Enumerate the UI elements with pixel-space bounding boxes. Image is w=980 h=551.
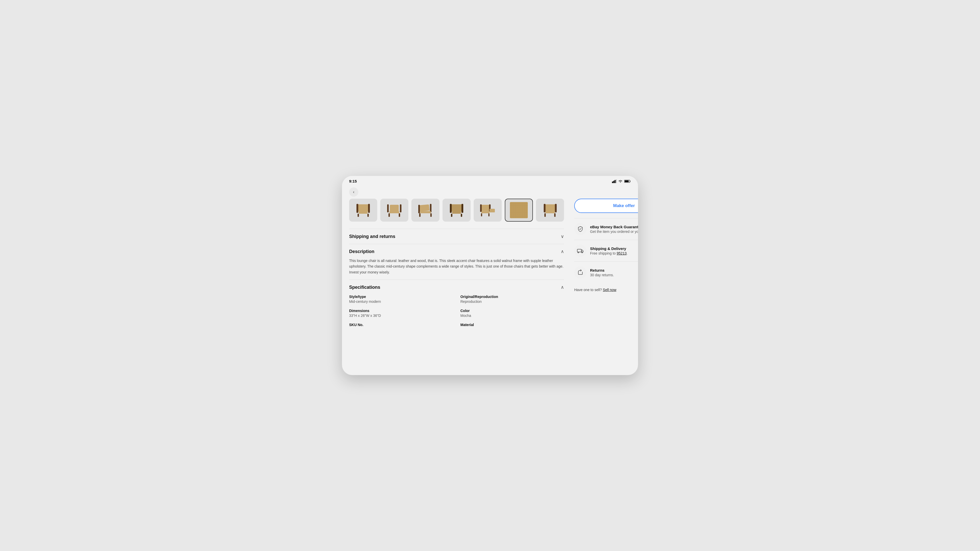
svg-rect-30 [481,205,490,211]
description-chevron: ∧ [561,249,564,254]
thumbnail-1[interactable] [349,199,377,221]
shipping-delivery-title: Shipping & Delivery [590,247,638,251]
shipping-returns-header[interactable]: Shipping and returns ∨ [349,234,564,239]
svg-rect-18 [419,204,430,212]
specifications-grid: Style/type Mid-century modern Original/R… [349,295,564,328]
svg-rect-36 [488,213,490,216]
sell-now-link[interactable]: Sell now [603,288,616,292]
returns-text: Returns 30 day returns. [590,268,638,277]
svg-rect-11 [368,214,369,217]
description-title: Description [349,249,374,254]
guarantee-text: eBay Money Back Guarantee Get the item y… [590,225,638,234]
description-header[interactable]: Description ∧ [349,249,564,254]
svg-rect-19 [418,205,420,213]
shipping-returns-title: Shipping and returns [349,234,395,239]
spec-material-label: Material [460,323,564,327]
battery-icon [624,180,631,183]
description-text: This lounge chair is all natural: leathe… [349,258,564,275]
returns-title: Returns [590,268,638,272]
svg-rect-12 [390,205,399,212]
svg-rect-33 [490,209,495,212]
shipping-delivery-subtitle: Free shipping to 95213. [590,251,638,255]
guarantee-subtitle: Get the item you ordered or your money b… [590,229,638,234]
svg-rect-41 [510,202,528,218]
returns-subtitle: 30 day returns. [590,273,638,277]
zip-code-link[interactable]: 95213 [617,251,627,255]
thumbnail-strip [349,199,564,221]
shipping-returns-chevron: ∨ [561,234,564,239]
spec-sku-label: SKU No. [349,323,453,327]
svg-rect-13 [387,204,389,212]
svg-rect-46 [544,213,546,217]
device-frame: 9:15 ‹ [342,176,638,375]
thumbnail-7[interactable] [536,199,564,221]
svg-rect-7 [356,204,358,213]
svg-rect-27 [452,211,461,214]
right-panel: Make offer eBay Money Back Guarantee Get… [574,199,638,332]
spec-style: Style/type Mid-century modern [349,295,453,304]
svg-rect-35 [481,213,482,216]
guarantee-title: eBay Money Back Guarantee [590,225,638,229]
thumbnail-4[interactable] [442,199,471,221]
spec-color-value: Mocha [460,314,564,318]
signal-icon [612,180,617,183]
svg-rect-16 [388,213,390,217]
svg-rect-15 [390,211,399,213]
svg-rect-34 [482,211,490,213]
spec-dimensions-label: Dimensions [349,309,453,313]
spec-reproduction: Original/Reproduction Reproduction [460,295,564,304]
svg-rect-17 [399,213,400,217]
spec-style-value: Mid-century modern [349,299,453,304]
svg-point-49 [578,252,579,253]
spec-reproduction-value: Reproduction [460,299,564,304]
specifications-title: Specifications [349,285,380,290]
description-section: Description ∧ This lounge chair is all n… [349,244,564,280]
status-time: 9:15 [349,179,357,183]
spec-sku: SKU No. [349,323,453,328]
guarantee-icon-wrap [574,223,587,235]
svg-rect-26 [461,204,463,213]
svg-rect-43 [544,204,546,212]
returns-row[interactable]: Returns 30 day returns. › [574,261,638,283]
spec-dimensions: Dimensions 33"H x 26"W x 36"D [349,309,453,318]
svg-rect-8 [368,204,370,213]
back-button[interactable]: ‹ [349,188,358,197]
sell-row: Have one to sell? Sell now [574,288,638,292]
shipping-delivery-text: Shipping & Delivery Free shipping to 952… [590,247,638,255]
specifications-section: Specifications ∧ Style/type Mid-century … [349,280,564,332]
svg-rect-24 [451,204,462,212]
wifi-icon [618,180,623,183]
shipping-returns-section: Shipping and returns ∨ [349,229,564,244]
svg-rect-22 [419,213,421,217]
returns-icon-wrap [574,266,587,279]
thumbnail-3[interactable] [411,199,439,221]
svg-rect-10 [358,214,359,217]
status-bar: 9:15 [342,176,638,185]
svg-rect-23 [430,213,431,217]
shipping-icon-wrap [574,245,587,257]
svg-rect-14 [400,204,401,212]
svg-rect-3 [616,180,617,183]
status-icons [612,180,631,183]
left-panel: Shipping and returns ∨ Description ∧ Thi… [349,199,574,332]
svg-rect-9 [359,211,368,214]
guarantee-row[interactable]: eBay Money Back Guarantee Get the item y… [574,218,638,240]
spec-color: Color Mocha [460,309,564,318]
svg-rect-48 [577,249,581,252]
specifications-header[interactable]: Specifications ∧ [349,284,564,290]
shipping-delivery-row[interactable]: Shipping & Delivery Free shipping to 952… [574,240,638,261]
thumbnail-2[interactable] [380,199,408,221]
make-offer-button[interactable]: Make offer [574,199,638,213]
svg-rect-0 [612,182,613,183]
svg-rect-47 [554,213,555,217]
returns-icon [577,269,584,276]
spec-reproduction-label: Original/Reproduction [460,295,564,299]
thumbnail-5[interactable] [474,199,502,221]
svg-rect-2 [614,180,616,183]
svg-rect-5 [625,180,629,182]
shield-check-icon [577,226,584,232]
svg-rect-44 [555,204,557,212]
main-content: Shipping and returns ∨ Description ∧ Thi… [342,199,638,332]
thumbnail-6[interactable] [505,199,533,221]
svg-rect-45 [546,211,555,213]
